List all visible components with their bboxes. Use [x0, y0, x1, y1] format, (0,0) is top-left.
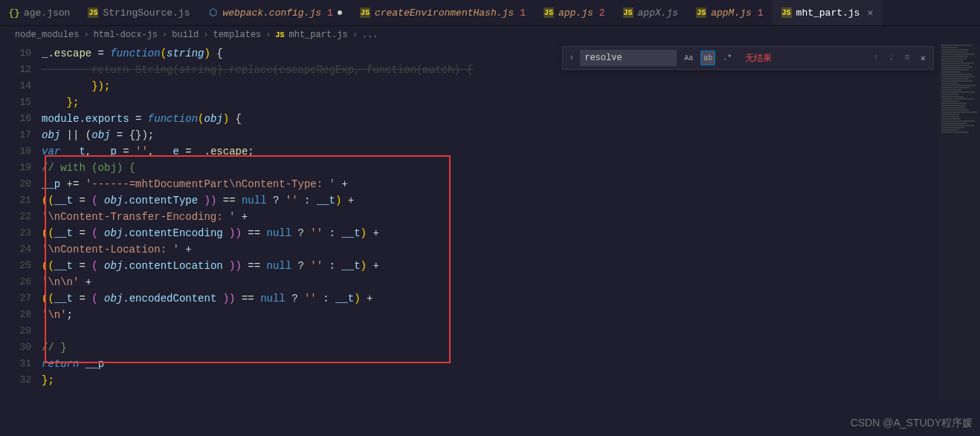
breadcrumb-segment[interactable]: node_modules	[15, 30, 79, 40]
chevron-right-icon: ›	[352, 30, 358, 40]
line-number: 26	[0, 274, 31, 290]
line-number: 15	[0, 94, 31, 111]
line-number: 20	[0, 176, 31, 192]
tab-close-icon[interactable]: ✕	[867, 7, 873, 19]
tab-label: appM.js	[711, 7, 752, 19]
tab-badge: 1	[758, 7, 764, 19]
line-number: 17	[0, 127, 31, 143]
tab-label: app.js	[558, 7, 593, 19]
line-number: 19	[0, 160, 31, 176]
file-icon: JS	[623, 7, 634, 18]
file-icon: JS	[544, 7, 554, 18]
file-icon: JS	[696, 7, 706, 18]
find-in-selection-icon[interactable]: ≡	[902, 51, 913, 65]
search-input[interactable]	[580, 50, 677, 66]
find-widget: › Aa ab .* 无结果 ↑ ↓ ≡ ✕	[562, 46, 934, 70]
line-number: 18	[0, 143, 31, 160]
line-number: 22	[0, 209, 31, 225]
line-number: 24	[0, 241, 31, 258]
tab-age-json[interactable]: {}age.json	[0, 0, 79, 25]
code-line: '\nContent-Transfer-Encoding: ' +	[42, 209, 980, 225]
code-line: ((__t = ( obj.contentEncoding )) == null…	[42, 225, 980, 241]
no-results-label: 无结果	[745, 52, 772, 65]
code-line: // }	[42, 339, 980, 356]
watermark: CSDN @A_STUDY程序媛	[851, 417, 973, 430]
tab-label: mht_part.js	[796, 7, 860, 19]
line-number: 23	[0, 225, 31, 241]
close-icon[interactable]: ✕	[918, 51, 929, 65]
code-line: ((__t = ( obj.encodedContent )) == null …	[42, 290, 980, 307]
modified-dot-icon	[338, 10, 342, 15]
editor-area: 1012141516171819202122232425262728293031…	[0, 44, 980, 436]
code-line: });	[42, 78, 980, 94]
breadcrumb-segment[interactable]: templates	[213, 30, 261, 40]
chevron-right-icon: ›	[83, 30, 88, 40]
code-line: ((__t = ( obj.contentType )) == null ? '…	[42, 192, 980, 209]
code-line: };	[42, 94, 980, 111]
tab-label: createEnvironmentHash.js	[375, 7, 514, 19]
line-number: 12	[0, 62, 31, 78]
match-case-toggle[interactable]: Aa	[681, 51, 696, 65]
chevron-right-icon: ›	[265, 30, 271, 40]
tab-StringSource-js[interactable]: JSStringSource.js	[79, 0, 199, 25]
tab-mht_part-js[interactable]: JSmht_part.js✕	[773, 0, 883, 25]
file-icon: JS	[88, 7, 98, 18]
tab-badge: 1	[327, 7, 333, 19]
breadcrumb-segment[interactable]: ...	[362, 30, 378, 40]
line-number: 29	[0, 323, 31, 339]
line-number: 28	[0, 307, 31, 323]
tab-label: age.json	[24, 7, 70, 19]
line-number: 14	[0, 78, 31, 94]
chevron-right-icon: ›	[162, 30, 167, 40]
line-number: 32	[0, 372, 31, 388]
line-number: 27	[0, 290, 31, 307]
whole-word-toggle[interactable]: ab	[700, 51, 715, 65]
code-line: '\nContent-Location: ' +	[42, 241, 980, 258]
code-line	[42, 323, 980, 339]
file-icon: {}	[9, 7, 19, 18]
breadcrumb-segment[interactable]: html-docx-js	[94, 30, 158, 40]
line-number: 31	[0, 356, 31, 372]
breadcrumb-segment[interactable]: build	[172, 30, 199, 40]
line-number: 30	[0, 339, 31, 356]
tab-badge: 2	[599, 7, 605, 19]
breadcrumb-segment[interactable]: mht_part.js	[289, 30, 348, 40]
tab-appM-js[interactable]: JSappM.js1	[687, 0, 772, 25]
tab-label: StringSource.js	[103, 7, 190, 19]
code-line: '\n';	[42, 307, 980, 323]
file-icon: ⬡	[207, 7, 218, 18]
file-icon: JS	[275, 31, 284, 39]
breadcrumb: node_modules›html-docx-js›build›template…	[0, 26, 980, 44]
code-line: module.exports = function(obj) {	[42, 111, 980, 127]
tab-appX-js[interactable]: JSappX.js	[614, 0, 688, 25]
code-line: __p += '------=mhtDocumentPart\nContent-…	[42, 176, 980, 192]
minimap[interactable]	[938, 44, 980, 400]
tab-badge: 1	[520, 7, 526, 19]
code-line: ((__t = ( obj.contentLocation )) == null…	[42, 258, 980, 274]
tab-label: appX.js	[638, 7, 679, 19]
code-line: };	[42, 372, 980, 388]
regex-toggle[interactable]: .*	[720, 51, 735, 65]
file-icon: JS	[781, 7, 792, 18]
next-match-icon[interactable]: ↓	[886, 51, 897, 65]
line-number: 10	[0, 45, 31, 62]
editor-tabs: {}age.jsonJSStringSource.js⬡webpack.conf…	[0, 0, 980, 26]
code-line: return __p	[42, 356, 980, 372]
code-line: var __t, __p = '', __e = _.escape;	[42, 143, 980, 160]
tab-createEnvironmentHash-js[interactable]: JScreateEnvironmentHash.js1	[351, 0, 535, 25]
code-line: // with (obj) {	[42, 160, 980, 176]
tab-label: webpack.config.js	[222, 7, 321, 19]
chevron-right-icon: ›	[203, 30, 208, 40]
code-line: '\n\n' +	[42, 274, 980, 290]
code-line: obj || (obj = {});	[42, 127, 980, 143]
code-content[interactable]: _.escape = function(string) { return Str…	[42, 44, 980, 436]
prev-match-icon[interactable]: ↑	[870, 51, 881, 65]
tab-app-js[interactable]: JSapp.js2	[535, 0, 614, 25]
line-number: 21	[0, 192, 31, 209]
file-icon: JS	[360, 7, 370, 18]
line-number: 16	[0, 111, 31, 127]
line-gutter: 1012141516171819202122232425262728293031…	[0, 44, 42, 436]
line-number: 25	[0, 258, 31, 274]
tab-webpack-config-js[interactable]: ⬡webpack.config.js1	[199, 0, 350, 25]
expand-toggle-icon[interactable]: ›	[567, 51, 576, 65]
